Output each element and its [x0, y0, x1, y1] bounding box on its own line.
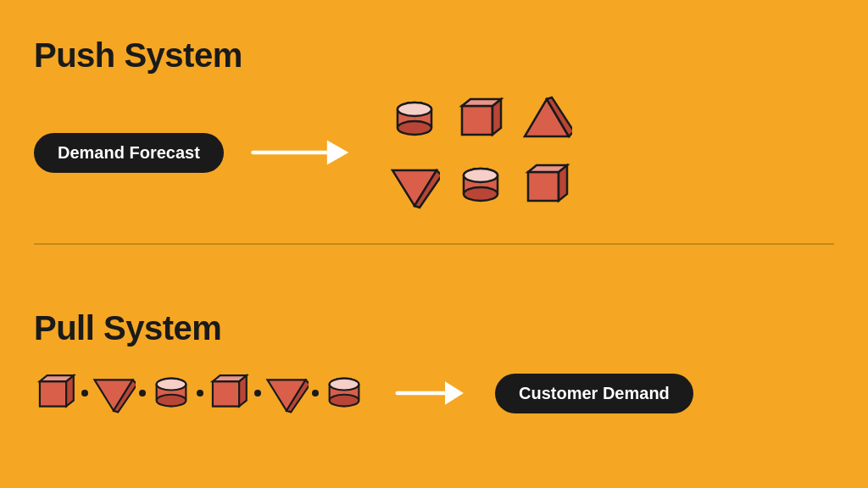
- svg-point-20: [464, 187, 498, 201]
- svg-marker-48: [445, 381, 464, 404]
- pull-shape-cylinder-1: [149, 371, 193, 415]
- main-container: Push System Demand Forecast: [0, 0, 868, 488]
- pull-shape-square-2: [207, 371, 251, 415]
- shape-cylinder-1: [385, 90, 444, 149]
- svg-point-35: [157, 379, 186, 391]
- shape-cylinder-2: [451, 156, 510, 215]
- pull-title: Pull System: [34, 309, 834, 347]
- pull-shape-tridown-2: [264, 371, 309, 415]
- connector-dot-2: [139, 390, 146, 396]
- push-section: Push System Demand Forecast: [34, 0, 834, 243]
- svg-point-6: [398, 121, 431, 135]
- svg-marker-38: [213, 375, 247, 381]
- svg-point-34: [157, 395, 186, 407]
- push-row: Demand Forecast: [34, 90, 834, 215]
- shape-square-2: [517, 156, 576, 215]
- customer-demand-badge: Customer Demand: [495, 374, 693, 413]
- svg-marker-1: [327, 140, 348, 164]
- shape-square-1: [451, 90, 510, 149]
- connector-dot-5: [312, 390, 319, 396]
- svg-marker-25: [40, 381, 66, 406]
- svg-marker-22: [528, 172, 559, 201]
- demand-forecast-badge: Demand Forecast: [34, 133, 224, 173]
- pull-shapes: [34, 371, 366, 415]
- pull-arrow-icon: [378, 376, 480, 410]
- svg-point-7: [398, 103, 431, 116]
- svg-marker-36: [213, 381, 239, 406]
- connector-dot-3: [197, 390, 203, 396]
- svg-marker-24: [528, 165, 567, 172]
- pull-shape-tridown-1: [92, 371, 136, 415]
- svg-marker-10: [462, 99, 501, 106]
- push-title: Push System: [34, 36, 834, 75]
- pull-shape-square-1: [34, 371, 78, 415]
- pull-row: Customer Demand: [34, 371, 834, 415]
- push-arrow-icon: [249, 136, 351, 169]
- shape-triangle-1: [517, 90, 576, 149]
- pull-section: Pull System: [34, 245, 834, 488]
- svg-point-45: [330, 395, 359, 407]
- connector-dot-4: [254, 390, 261, 396]
- svg-marker-8: [462, 106, 492, 135]
- connector-dot-1: [81, 390, 88, 396]
- svg-point-46: [330, 379, 359, 391]
- shape-triangle-down-1: [385, 156, 444, 215]
- push-shapes-grid: [385, 90, 576, 215]
- svg-marker-27: [40, 375, 74, 381]
- pull-shape-cylinder-2: [322, 371, 366, 415]
- svg-point-21: [464, 169, 498, 182]
